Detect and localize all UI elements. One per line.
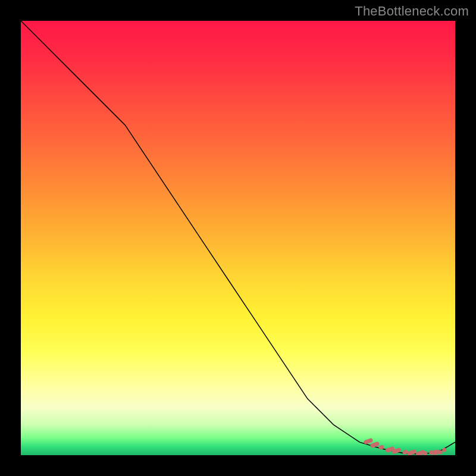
optimum-dash-segment (388, 449, 393, 450)
chart-container: TheBottleneck.com (0, 0, 476, 476)
optimum-dash-segment (424, 453, 425, 453)
optimum-dash-group (366, 440, 446, 454)
optimum-dash-segment (381, 447, 382, 448)
optimum-dash-segment (436, 452, 440, 453)
watermark-text: TheBottleneck.com (355, 4, 469, 19)
optimum-dash-segment (394, 450, 399, 452)
optimum-dash-segment (372, 444, 377, 446)
plot-area (21, 21, 455, 455)
optimum-dash-segment (409, 452, 414, 453)
optimum-dash-segment (418, 452, 423, 454)
optimum-dash-dot (442, 448, 446, 452)
optimum-dash-segment (366, 440, 371, 442)
optimum-dash-segment (405, 452, 406, 453)
chart-svg (21, 21, 455, 455)
bottleneck-curve (21, 21, 455, 454)
